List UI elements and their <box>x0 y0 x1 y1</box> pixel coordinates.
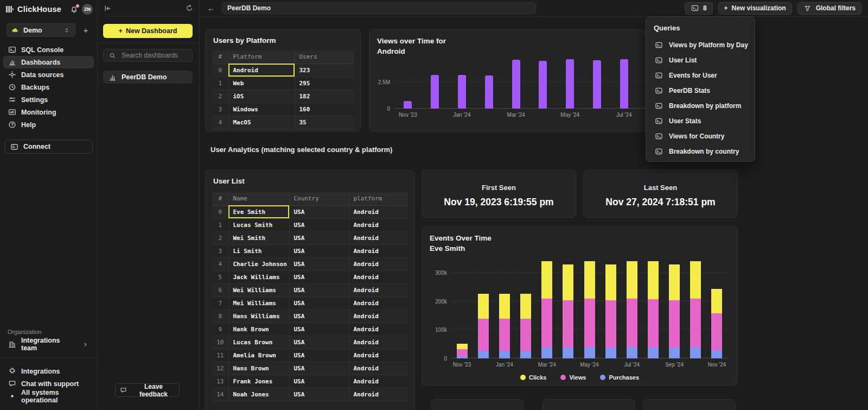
table-cell[interactable]: USA <box>289 362 349 375</box>
bar-nov-23[interactable] <box>457 251 468 358</box>
query-item-breakdown-by-country[interactable]: Breakdown by country <box>654 144 750 159</box>
table-cell[interactable]: Android <box>349 310 408 323</box>
table-row[interactable]: 1Web295 <box>212 77 354 90</box>
workspace-select[interactable]: Demo <box>7 23 75 37</box>
table-cell[interactable]: Wei Williams <box>228 283 289 297</box>
table-cell[interactable]: Noah Jones <box>228 388 289 401</box>
table-cell[interactable]: Android <box>349 270 408 283</box>
table-cell[interactable]: USA <box>289 218 349 231</box>
table-cell[interactable]: USA <box>289 283 349 297</box>
table-cell[interactable]: Android <box>349 231 408 244</box>
table-row[interactable]: 8Hans WilliamsUSAAndroid <box>212 310 408 323</box>
search-input[interactable] <box>120 51 207 60</box>
table-cell[interactable]: 14 <box>212 388 228 401</box>
dashboard-list-item-peerdb-demo[interactable]: PeerDB Demo <box>103 71 193 84</box>
table-cell[interactable]: Charlie Johnson <box>228 257 289 270</box>
sidebar-item-sql-console[interactable]: SQL Console <box>3 43 94 56</box>
table-cell[interactable]: 11 <box>212 349 228 362</box>
bar-feb-24[interactable] <box>485 75 493 109</box>
table-cell[interactable]: Android <box>349 336 408 349</box>
table-cell[interactable]: USA <box>289 205 349 218</box>
table-cell[interactable]: 35 <box>295 116 354 129</box>
table-cell[interactable]: Android <box>349 297 408 310</box>
table-row[interactable]: 4MacOS35 <box>212 116 354 129</box>
notifications-bell-icon[interactable] <box>70 5 78 14</box>
table-cell[interactable]: 1 <box>212 77 228 90</box>
table-cell[interactable]: USA <box>289 244 349 257</box>
table-cell[interactable]: USA <box>289 323 349 336</box>
table-row[interactable]: 0Android323 <box>212 64 354 77</box>
table-cell[interactable]: 4 <box>212 116 228 129</box>
table-cell[interactable]: 3 <box>212 244 228 257</box>
table-cell[interactable]: 5 <box>212 270 228 283</box>
table-cell[interactable]: Lucas Smith <box>228 218 289 231</box>
table-row[interactable]: 14Noah JonesUSAAndroid <box>212 388 408 401</box>
new-dashboard-button[interactable]: + New Dashboard <box>103 24 193 38</box>
sidebar-item-settings[interactable]: Settings <box>3 93 94 106</box>
query-item-views-for-country[interactable]: Views for Country <box>654 129 750 144</box>
bar-jan-24[interactable] <box>458 75 466 109</box>
dashboard-title-input[interactable] <box>221 2 536 14</box>
table-row[interactable]: 12Hans BrownUSAAndroid <box>212 362 408 375</box>
table-row[interactable]: 3Li SmithUSAAndroid <box>212 244 408 257</box>
table-row[interactable]: 2iOS182 <box>212 90 354 103</box>
table-cell[interactable]: Android <box>349 375 408 388</box>
table-cell[interactable]: USA <box>289 336 349 349</box>
table-cell[interactable]: Lucas Brown <box>228 336 289 349</box>
collapse-panel-icon[interactable] <box>103 4 112 12</box>
table-cell[interactable]: 3 <box>212 103 228 116</box>
table-row[interactable]: 13Frank JonesUSAAndroid <box>212 375 408 388</box>
table-row[interactable]: 5Jack WilliamsUSAAndroid <box>212 270 408 283</box>
sidebar-item-dashboards[interactable]: Dashboards <box>3 56 94 68</box>
bar-may-24[interactable] <box>566 59 574 109</box>
bar-mar-24[interactable] <box>512 60 520 109</box>
global-filters-button[interactable]: Global filters <box>797 2 861 15</box>
bar-jan-24[interactable] <box>499 251 510 358</box>
table-cell[interactable]: USA <box>289 388 349 401</box>
table-cell[interactable]: 0 <box>212 64 228 77</box>
table-row[interactable]: 2Wei SmithUSAAndroid <box>212 231 408 244</box>
table-cell[interactable]: Windows <box>228 103 295 116</box>
sidebar-item-backups[interactable]: Backups <box>3 81 94 93</box>
table-cell[interactable]: USA <box>289 231 349 244</box>
table-cell[interactable]: USA <box>289 257 349 270</box>
table-row[interactable]: 11Amelia BrownUSAAndroid <box>212 349 408 362</box>
table-cell[interactable]: Li Smith <box>228 244 289 257</box>
table-cell[interactable]: 2 <box>212 231 228 244</box>
bar-sep-24[interactable] <box>669 251 680 358</box>
table-cell[interactable]: Eve Smith <box>228 205 289 218</box>
table-cell[interactable]: 1 <box>212 218 228 231</box>
legend-item-purchases[interactable]: Purchases <box>600 374 639 381</box>
back-arrow-icon[interactable]: ← <box>206 4 216 12</box>
legend-item-clicks[interactable]: Clicks <box>520 374 546 381</box>
bar-feb-24[interactable] <box>520 251 531 358</box>
bar-dec-23[interactable] <box>478 251 489 358</box>
table-cell[interactable]: 0 <box>212 205 228 218</box>
query-item-views-by-platform-by-day[interactable]: Views by Platform by Day <box>654 37 750 53</box>
bar-jul-24[interactable] <box>620 59 628 109</box>
table-row[interactable]: 7Mei WilliamsUSAAndroid <box>212 297 408 310</box>
table-cell[interactable]: 7 <box>212 297 228 310</box>
table-row[interactable]: 4Charlie JohnsonUSAAndroid <box>212 257 408 270</box>
table-cell[interactable]: Android <box>349 323 408 336</box>
query-item-user-list[interactable]: User List <box>654 53 750 68</box>
query-item-peerdb-stats[interactable]: PeerDB Stats <box>654 83 750 98</box>
table-cell[interactable]: Wei Smith <box>228 231 289 244</box>
table-cell[interactable]: USA <box>289 270 349 283</box>
table-cell[interactable]: Hans Brown <box>228 362 289 375</box>
avatar[interactable]: ZN <box>82 4 93 15</box>
table-cell[interactable]: Hans Williams <box>228 310 289 323</box>
bar-may-24[interactable] <box>584 251 595 358</box>
query-item-breakdown-by-platform[interactable]: Breakdown by platform <box>654 98 750 113</box>
table-cell[interactable]: 160 <box>295 103 354 116</box>
table-cell[interactable]: 4 <box>212 257 228 270</box>
table-cell[interactable]: 10 <box>212 336 228 349</box>
table-row[interactable]: 1Lucas SmithUSAAndroid <box>212 218 408 231</box>
table-row[interactable]: 0Eve SmithUSAAndroid <box>212 205 408 218</box>
bar-oct-24[interactable] <box>690 251 701 358</box>
table-cell[interactable]: 9 <box>212 323 228 336</box>
table-cell[interactable]: iOS <box>228 90 295 103</box>
sidebar-item-help[interactable]: Help <box>3 118 94 131</box>
table-row[interactable]: 10Lucas BrownUSAAndroid <box>212 336 408 349</box>
legend-item-views[interactable]: Views <box>560 374 586 381</box>
